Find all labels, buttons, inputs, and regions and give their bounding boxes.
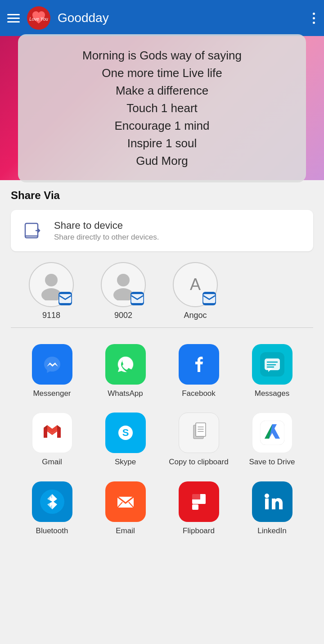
apps-grid: Messenger WhatsApp Faceboo — [11, 337, 313, 543]
contact-message-badge — [130, 292, 144, 305]
svg-rect-26 — [196, 423, 206, 436]
app-linkedin[interactable]: LinkedIn — [235, 474, 309, 543]
app-label: Skype — [115, 458, 136, 467]
contact-name: 9002 — [114, 311, 132, 320]
quote-area: Morning is Gods way of saying One more t… — [0, 36, 324, 180]
app-label: Bluetooth — [36, 526, 68, 535]
share-device-title: Share to device — [54, 220, 159, 231]
app-whatsapp[interactable]: WhatsApp — [89, 337, 162, 405]
app-label: Facebook — [182, 389, 216, 398]
skype-icon: S — [105, 413, 146, 453]
app-bluetooth[interactable]: Bluetooth — [15, 474, 89, 543]
app-gmail[interactable]: Gmail — [15, 405, 89, 474]
share-section: Share Via Share to device Share directly… — [0, 180, 324, 543]
contact-item[interactable]: 9118 — [15, 262, 87, 320]
share-device-icon — [22, 219, 45, 242]
app-facebook[interactable]: Facebook — [162, 337, 235, 405]
app-email[interactable]: Email — [89, 474, 162, 543]
contact-avatar — [29, 262, 74, 307]
app-label: Messenger — [33, 389, 71, 398]
header-left: Love You Goodday — [7, 6, 109, 30]
app-clipboard[interactable]: Copy to clipboard — [162, 405, 235, 474]
app-label: WhatsApp — [108, 389, 143, 398]
app-logo: Love You — [27, 6, 50, 30]
overflow-menu-button[interactable] — [311, 11, 317, 26]
messenger-icon — [32, 344, 72, 385]
app-title: Goodday — [58, 11, 109, 25]
quote-card: Morning is Gods way of saying One more t… — [18, 34, 306, 182]
contact-avatar: A — [173, 262, 218, 307]
app-messages[interactable]: Messages — [235, 337, 309, 405]
flipboard-icon — [179, 481, 219, 522]
svg-text:Love You: Love You — [29, 17, 48, 22]
share-to-device-button[interactable]: Share to device Share directly to other … — [11, 210, 313, 251]
hamburger-menu[interactable] — [7, 14, 20, 23]
app-skype[interactable]: S Skype — [89, 405, 162, 474]
app-label: Flipboard — [183, 526, 215, 535]
contact-item[interactable]: 9002 — [87, 262, 159, 320]
drive-icon — [252, 413, 292, 453]
contact-message-badge — [202, 292, 216, 305]
gmail-icon — [32, 413, 72, 453]
facebook-icon — [179, 344, 219, 385]
share-device-text: Share to device Share directly to other … — [54, 220, 159, 242]
svg-rect-6 — [59, 294, 72, 303]
app-label: Messages — [255, 389, 289, 398]
svg-rect-40 — [265, 499, 269, 509]
svg-point-4 — [45, 274, 58, 286]
contact-avatar — [101, 262, 146, 307]
contact-name: 9118 — [42, 311, 60, 320]
app-drive[interactable]: Save to Drive — [235, 405, 309, 474]
contacts-row: 9118 9002 A — [11, 262, 313, 320]
app-header: Love You Goodday — [0, 0, 324, 36]
clipboard-icon — [179, 413, 219, 453]
app-label: Gmail — [42, 458, 62, 467]
svg-rect-38 — [192, 504, 198, 510]
svg-rect-10 — [203, 294, 216, 303]
email-icon — [105, 481, 146, 522]
share-device-subtitle: Share directly to other devices. — [54, 233, 159, 242]
linkedin-icon — [252, 481, 292, 522]
whatsapp-icon — [105, 344, 146, 385]
contact-message-badge — [58, 292, 72, 305]
app-label: Save to Drive — [249, 458, 295, 467]
svg-text:S: S — [122, 427, 129, 438]
app-label: Copy to clipboard — [169, 458, 228, 467]
bluetooth-icon — [32, 481, 72, 522]
contact-item[interactable]: A Angoc — [159, 262, 231, 320]
app-label: LinkedIn — [257, 526, 286, 535]
app-flipboard[interactable]: Flipboard — [162, 474, 235, 543]
quote-text: Morning is Gods way of saying One more t… — [34, 47, 290, 170]
svg-point-7 — [117, 274, 130, 286]
svg-point-41 — [265, 494, 269, 498]
app-label: Email — [116, 526, 135, 535]
svg-rect-9 — [131, 294, 144, 303]
divider — [11, 327, 313, 328]
app-messenger[interactable]: Messenger — [15, 337, 89, 405]
share-via-label: Share Via — [11, 189, 313, 202]
messages-icon — [252, 344, 292, 385]
